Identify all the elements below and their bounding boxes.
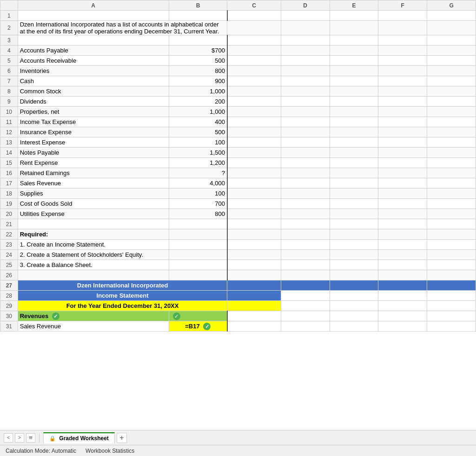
cell-14c[interactable]: [227, 148, 281, 158]
cell-23f[interactable]: [378, 240, 427, 250]
tab-nav-menu[interactable]: ≡: [26, 433, 35, 443]
cell-28c[interactable]: [227, 291, 281, 301]
cell-5a[interactable]: Accounts Receivable: [18, 56, 169, 66]
cell-28f[interactable]: [378, 291, 427, 301]
tab-nav-left[interactable]: <: [4, 433, 13, 443]
cell-6b[interactable]: 800: [169, 66, 227, 76]
cell-25f[interactable]: [378, 260, 427, 270]
cell-19b[interactable]: 700: [169, 199, 227, 209]
cell-7a[interactable]: Cash: [18, 76, 169, 86]
cell-16c[interactable]: [227, 168, 281, 178]
cell-15b[interactable]: 1,200: [169, 158, 227, 168]
cell-29f[interactable]: [378, 301, 427, 311]
cell-28e[interactable]: [330, 291, 378, 301]
cell-18e[interactable]: [330, 189, 378, 199]
cell-10f[interactable]: [378, 107, 427, 117]
cell-21c[interactable]: [227, 219, 281, 229]
cell-26g[interactable]: [427, 270, 476, 280]
cell-15f[interactable]: [378, 158, 427, 168]
cell-18g[interactable]: [427, 189, 476, 199]
cell-11e[interactable]: [330, 117, 378, 127]
cell-30c[interactable]: [227, 311, 281, 321]
cell-4a[interactable]: Accounts Payable: [18, 46, 169, 56]
cell-2e[interactable]: [330, 21, 378, 35]
cell-12d[interactable]: [281, 127, 330, 137]
cell-15d[interactable]: [281, 158, 330, 168]
cell-11a[interactable]: Income Tax Expense: [18, 117, 169, 127]
cell-8e[interactable]: [330, 86, 378, 97]
cell-25c[interactable]: [227, 260, 281, 270]
cell-21f[interactable]: [378, 219, 427, 229]
cell-21a[interactable]: [18, 219, 169, 229]
cell-9f[interactable]: [378, 97, 427, 107]
cell-30e[interactable]: [330, 311, 378, 321]
cell-3g[interactable]: [427, 35, 476, 46]
cell-11f[interactable]: [378, 117, 427, 127]
cell-4b[interactable]: $700: [169, 46, 227, 56]
cell-29e[interactable]: [330, 301, 378, 311]
cell-6c[interactable]: [227, 66, 281, 76]
cell-20b[interactable]: 800: [169, 209, 227, 219]
cell-25d[interactable]: [281, 260, 330, 270]
cell-15c[interactable]: [227, 158, 281, 168]
cell-13b[interactable]: 100: [169, 137, 227, 148]
cell-17d[interactable]: [281, 178, 330, 189]
cell-27e[interactable]: [330, 280, 378, 291]
cell-8a[interactable]: Common Stock: [18, 86, 169, 97]
cell-18c[interactable]: [227, 189, 281, 199]
cell-7g[interactable]: [427, 76, 476, 86]
cell-4d[interactable]: [281, 46, 330, 56]
cell-22f[interactable]: [378, 229, 427, 240]
cell-11b[interactable]: 400: [169, 117, 227, 127]
cell-16d[interactable]: [281, 168, 330, 178]
cell-4g[interactable]: [427, 46, 476, 56]
cell-6a[interactable]: Inventories: [18, 66, 169, 76]
cell-19d[interactable]: [281, 199, 330, 209]
cell-14g[interactable]: [427, 148, 476, 158]
cell-19f[interactable]: [378, 199, 427, 209]
cell-16a[interactable]: Retained Earnings: [18, 168, 169, 178]
cell-30f[interactable]: [378, 311, 427, 321]
cell-23c[interactable]: [227, 240, 281, 250]
cell-26d[interactable]: [281, 270, 330, 280]
cell-9g[interactable]: [427, 97, 476, 107]
cell-20g[interactable]: [427, 209, 476, 219]
cell-16f[interactable]: [378, 168, 427, 178]
cell-22c[interactable]: [227, 229, 281, 240]
cell-14b[interactable]: 1,500: [169, 148, 227, 158]
cell-5b[interactable]: 500: [169, 56, 227, 66]
cell-10e[interactable]: [330, 107, 378, 117]
cell-7f[interactable]: [378, 76, 427, 86]
cell-2f[interactable]: [378, 21, 427, 35]
cell-3f[interactable]: [378, 35, 427, 46]
cell-11c[interactable]: [227, 117, 281, 127]
cell-17a[interactable]: Sales Revenue: [18, 178, 169, 189]
cell-7e[interactable]: [330, 76, 378, 86]
cell-19a[interactable]: Cost of Goods Sold: [18, 199, 169, 209]
cell-21g[interactable]: [427, 219, 476, 229]
cell-9c[interactable]: [227, 97, 281, 107]
cell-15e[interactable]: [330, 158, 378, 168]
cell-20f[interactable]: [378, 209, 427, 219]
cell-6f[interactable]: [378, 66, 427, 76]
cell-30d[interactable]: [281, 311, 330, 321]
cell-17f[interactable]: [378, 178, 427, 189]
cell-20e[interactable]: [330, 209, 378, 219]
cell-28g[interactable]: [427, 291, 476, 301]
cell-8g[interactable]: [427, 86, 476, 97]
cell-1g[interactable]: [427, 11, 476, 21]
cell-18f[interactable]: [378, 189, 427, 199]
cell-1b[interactable]: [169, 11, 227, 21]
cell-9e[interactable]: [330, 97, 378, 107]
cell-2c[interactable]: [227, 21, 281, 35]
cell-25e[interactable]: [330, 260, 378, 270]
cell-9b[interactable]: 200: [169, 97, 227, 107]
cell-5f[interactable]: [378, 56, 427, 66]
cell-16b[interactable]: ?: [169, 168, 227, 178]
cell-21d[interactable]: [281, 219, 330, 229]
cell-23b[interactable]: [169, 240, 227, 250]
cell-3e[interactable]: [330, 35, 378, 46]
cell-31f[interactable]: [378, 321, 427, 332]
cell-19e[interactable]: [330, 199, 378, 209]
cell-13c[interactable]: [227, 137, 281, 148]
